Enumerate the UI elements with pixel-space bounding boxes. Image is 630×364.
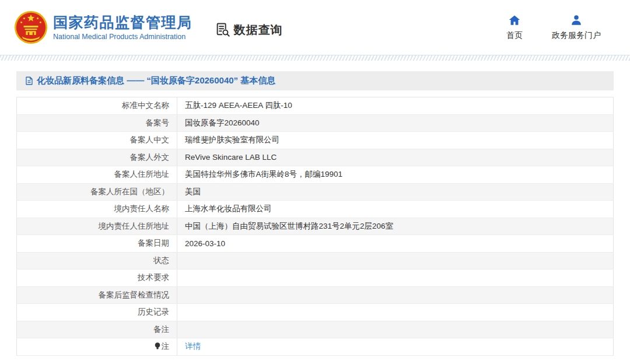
page-title-bar: 化妆品新原料备案信息 —— “国妆原备字20260040” 基本信息 <box>16 71 614 90</box>
row-label: 备案人所在国（地区） <box>90 187 169 196</box>
row-label: 注 <box>162 342 170 351</box>
row-value-cell: 瑞维斐护肤实验室有限公司 <box>177 132 614 149</box>
row-label: 状态 <box>153 256 169 265</box>
detail-link[interactable]: 详情 <box>185 342 201 351</box>
table-row: 备案人中文瑞维斐护肤实验室有限公司 <box>17 132 614 149</box>
row-value-cell: ReVive Skincare LAB LLC <box>177 149 614 166</box>
row-label-cell: 注 <box>17 338 177 356</box>
row-label-cell: 备案后监督检查情况 <box>17 286 177 304</box>
table-row: 境内责任人住所地址中国（上海）自由贸易试验区世博村路231号2单元2层206室 <box>17 218 614 235</box>
table-row: 备注 <box>17 321 614 338</box>
nav-item-label: 首页 <box>506 30 523 41</box>
table-row: 注详情 <box>17 338 614 356</box>
table-row: 境内责任人名称上海水羊化妆品有限公司 <box>17 201 614 218</box>
table-row: 状态 <box>17 252 614 270</box>
row-label-cell: 备案人中文 <box>17 132 177 149</box>
row-label-cell: 技术要求 <box>17 270 177 287</box>
row-label-cell: 备案人所在国（地区） <box>17 183 177 201</box>
row-label-cell: 状态 <box>17 252 177 270</box>
table-row: 备案日期2026-03-10 <box>17 235 614 253</box>
row-value-cell <box>177 304 614 321</box>
row-value: 2026-03-10 <box>185 239 225 248</box>
row-value-cell: 中国（上海）自由贸易试验区世博村路231号2单元2层206室 <box>177 218 614 235</box>
row-label-cell: 境内责任人名称 <box>17 201 177 218</box>
nav-item-gov-portal[interactable]: 政务服务门户 <box>552 14 601 41</box>
row-label-cell: 备注 <box>17 321 177 338</box>
row-label: 备案人住所地址 <box>114 170 170 178</box>
top-nav: 首页 政务服务门户 <box>506 14 601 41</box>
data-query-label: 数据查询 <box>234 22 283 38</box>
row-value: 五肽-129 AEEA-AEEA 四肽-10 <box>185 101 292 110</box>
page-title: 化妆品新原料备案信息 —— “国妆原备字20260040” 基本信息 <box>37 75 275 86</box>
row-label-cell: 备案日期 <box>17 235 177 253</box>
row-value-cell <box>177 286 614 304</box>
row-value: ReVive Skincare LAB LLC <box>185 153 276 162</box>
row-label-cell: 备案号 <box>17 114 177 132</box>
row-label: 备案日期 <box>138 239 169 247</box>
row-label: 备案人外文 <box>130 153 170 162</box>
row-value-cell <box>177 321 614 338</box>
table-row: 备案号国妆原备字20260040 <box>17 114 614 132</box>
row-label-cell: 备案人住所地址 <box>17 166 177 184</box>
row-value: 上海水羊化妆品有限公司 <box>185 204 272 213</box>
row-label: 技术要求 <box>138 273 169 282</box>
data-query-tab[interactable]: 数据查询 <box>215 22 283 38</box>
brand-text: 国家药品监督管理局 National Medical Products Admi… <box>53 14 192 41</box>
table-row: 技术要求 <box>17 270 614 287</box>
table-row: 备案人住所地址美国特拉华州多佛市A街果岭8号，邮编19901 <box>17 166 614 184</box>
row-value-cell: 2026-03-10 <box>177 235 614 253</box>
org-name-en: National Medical Products Administration <box>53 33 192 41</box>
row-label-cell: 备案人外文 <box>17 149 177 166</box>
site-logo[interactable]: 国家药品监督管理局 National Medical Products Admi… <box>14 10 192 44</box>
row-value-cell: 国妆原备字20260040 <box>177 114 614 132</box>
row-value-cell: 美国特拉华州多佛市A街果岭8号，邮编19901 <box>177 166 614 184</box>
row-label: 备注 <box>153 325 169 334</box>
row-value-cell: 五肽-129 AEEA-AEEA 四肽-10 <box>177 97 614 115</box>
bulb-icon <box>155 342 160 350</box>
national-emblem-icon <box>14 10 48 44</box>
row-label-cell: 境内责任人住所地址 <box>17 218 177 235</box>
row-label-cell: 标准中文名称 <box>17 97 177 115</box>
row-label-cell: 历史记录 <box>17 304 177 321</box>
main-content: 化妆品新原料备案信息 —— “国妆原备字20260040” 基本信息 标准中文名… <box>0 61 630 356</box>
row-label: 境内责任人名称 <box>114 204 170 213</box>
nav-item-home[interactable]: 首页 <box>506 14 523 41</box>
row-value: 中国（上海）自由贸易试验区世博村路231号2单元2层206室 <box>185 222 393 230</box>
row-value-cell: 上海水羊化妆品有限公司 <box>177 201 614 218</box>
table-row: 备案后监督检查情况 <box>17 286 614 304</box>
row-value-cell: 详情 <box>177 338 614 356</box>
row-value: 美国 <box>185 187 201 196</box>
table-row: 备案人外文ReVive Skincare LAB LLC <box>17 149 614 166</box>
row-value-cell: 美国 <box>177 183 614 201</box>
row-value-cell <box>177 252 614 270</box>
row-label: 标准中文名称 <box>122 101 169 110</box>
nav-item-label: 政务服务门户 <box>552 30 601 41</box>
row-label: 备案后监督检查情况 <box>99 290 170 299</box>
home-icon <box>508 14 521 27</box>
site-header: 国家药品监督管理局 National Medical Products Admi… <box>0 0 630 55</box>
row-value: 国妆原备字20260040 <box>185 118 260 127</box>
row-label: 境内责任人住所地址 <box>99 222 170 230</box>
table-row: 标准中文名称五肽-129 AEEA-AEEA 四肽-10 <box>17 97 614 115</box>
document-icon <box>25 76 33 85</box>
stripe-divider <box>0 55 630 61</box>
row-value-cell <box>177 270 614 287</box>
user-icon <box>570 14 583 27</box>
org-name-zh: 国家药品监督管理局 <box>53 14 192 31</box>
table-row: 历史记录 <box>17 304 614 321</box>
row-label: 备案号 <box>146 118 170 127</box>
filing-info-table: 标准中文名称五肽-129 AEEA-AEEA 四肽-10备案号国妆原备字2026… <box>16 97 614 356</box>
table-row: 备案人所在国（地区）美国 <box>17 183 614 201</box>
row-value: 美国特拉华州多佛市A街果岭8号，邮编19901 <box>185 170 342 178</box>
document-search-icon <box>215 22 231 38</box>
row-value: 瑞维斐护肤实验室有限公司 <box>185 135 279 144</box>
row-label: 备案人中文 <box>130 135 170 144</box>
row-label: 历史记录 <box>138 307 169 316</box>
